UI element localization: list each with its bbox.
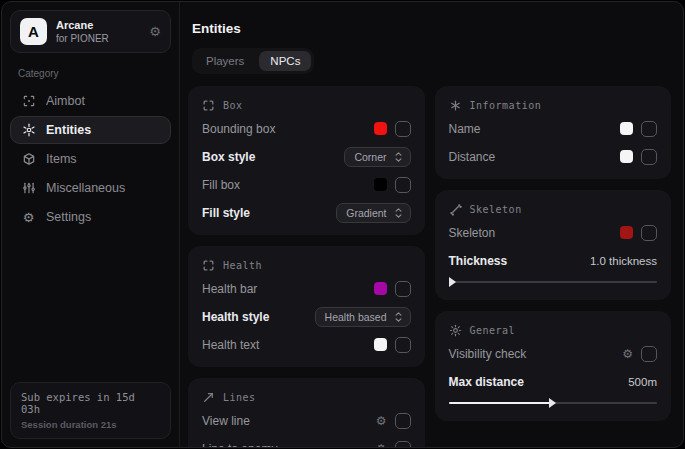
setting-row-health-bar: Health bar — [202, 277, 411, 300]
row-controls — [374, 121, 411, 137]
unfold-icon — [394, 151, 403, 163]
unfold-icon — [394, 207, 403, 219]
color-swatch[interactable] — [374, 178, 387, 191]
sun-icon — [449, 324, 462, 337]
checkbox[interactable] — [395, 441, 411, 448]
gear-icon[interactable]: ⚙ — [622, 348, 633, 360]
setting-label: Fill style — [202, 206, 250, 220]
checkbox[interactable] — [641, 346, 657, 362]
tab-players[interactable]: Players — [195, 51, 255, 71]
slider-value: 1.0 thickness — [590, 255, 657, 267]
setting-row-fill-style: Fill style Gradient — [202, 201, 411, 224]
color-swatch[interactable] — [620, 150, 633, 163]
box-card-header: Box — [202, 99, 411, 112]
gear-icon[interactable]: ⚙ — [376, 415, 387, 427]
sidebar-item-aimbot[interactable]: Aimbot — [10, 87, 171, 115]
color-swatch[interactable] — [374, 282, 387, 295]
setting-row-line-to-enemy: Line to enemy ⚙ — [202, 437, 411, 447]
setting-label: Health text — [202, 338, 259, 352]
page-title: Entities — [192, 21, 671, 36]
sparkle-icon — [449, 99, 462, 112]
diagonal-line-icon — [202, 391, 215, 404]
slider-value: 500m — [628, 376, 657, 388]
row-controls — [374, 281, 411, 297]
row-controls — [374, 337, 411, 353]
setting-label: Distance — [449, 150, 496, 164]
sidebar-nav: Aimbot Entities Items — [10, 87, 171, 231]
setting-row-visibility-check: Visibility check ⚙ — [449, 342, 658, 365]
slider-thumb[interactable] — [549, 398, 556, 408]
session-duration-text: Session duration 21s — [21, 419, 160, 430]
setting-label: Line to enemy — [202, 442, 277, 448]
sidebar-item-label: Entities — [46, 123, 91, 137]
main-content: Entities Players NPCs Box — [180, 2, 683, 447]
color-swatch[interactable] — [620, 226, 633, 239]
sidebar-spacer — [10, 231, 171, 382]
checkbox[interactable] — [395, 413, 411, 429]
tab-npcs[interactable]: NPCs — [259, 51, 311, 71]
color-swatch[interactable] — [374, 122, 387, 135]
right-column: Information Name Distance — [435, 86, 672, 447]
sidebar-item-items[interactable]: Items — [10, 145, 171, 173]
health-style-dropdown[interactable]: Health based — [315, 307, 411, 327]
checkbox[interactable] — [395, 281, 411, 297]
sliders-icon — [21, 181, 36, 195]
setting-row-thickness: Thickness 1.0 thickness — [449, 249, 658, 272]
sidebar-item-miscellaneous[interactable]: Miscellaneous — [10, 174, 171, 202]
setting-row-max-distance: Max distance 500m — [449, 370, 658, 393]
settings-grid: Box Bounding box Box style Corner — [188, 86, 671, 447]
crosshair-icon — [21, 94, 36, 108]
gear-icon: ⚙ — [21, 210, 36, 225]
checkbox[interactable] — [641, 225, 657, 241]
setting-label: Box style — [202, 150, 255, 164]
setting-row-name: Name — [449, 117, 658, 140]
health-card: Health Health bar Health style Health ba… — [188, 246, 425, 367]
general-card: General Visibility check ⚙ Max distance … — [435, 311, 672, 421]
card-title: Box — [223, 100, 243, 111]
max-distance-slider[interactable] — [449, 398, 658, 408]
row-controls — [620, 121, 657, 137]
sidebar-item-settings[interactable]: ⚙ Settings — [10, 203, 171, 231]
sidebar-item-label: Items — [46, 152, 77, 166]
box-style-dropdown[interactable]: Corner — [344, 147, 410, 167]
sidebar: A Arcane for PIONER ⚙ Category Aimbot — [2, 2, 180, 447]
card-title: General — [470, 325, 516, 336]
setting-label: View line — [202, 414, 250, 428]
checkbox[interactable] — [641, 149, 657, 165]
card-title: Information — [470, 100, 542, 111]
box-corners-icon — [202, 99, 215, 112]
slider-track — [449, 281, 658, 283]
setting-row-box-style: Box style Corner — [202, 145, 411, 168]
app-subtitle: for PIONER — [56, 33, 140, 44]
app-name: Arcane — [56, 19, 140, 31]
app-logo: A — [20, 18, 47, 45]
checkbox[interactable] — [395, 177, 411, 193]
slider-thumb[interactable] — [449, 277, 456, 287]
gear-icon[interactable]: ⚙ — [149, 25, 161, 38]
checkbox[interactable] — [641, 121, 657, 137]
color-swatch[interactable] — [374, 338, 387, 351]
skeleton-card-header: Skeleton — [449, 203, 658, 216]
setting-row-skeleton: Skeleton — [449, 221, 658, 244]
thickness-slider[interactable] — [449, 277, 658, 287]
gear-icon[interactable]: ⚙ — [376, 443, 387, 448]
row-controls: ⚙ — [622, 346, 657, 362]
sidebar-item-label: Settings — [46, 210, 91, 224]
slider-fill — [449, 402, 551, 404]
setting-label: Name — [449, 122, 481, 136]
skeleton-card: Skeleton Skeleton Thickness 1.0 thicknes… — [435, 190, 672, 300]
fill-style-dropdown[interactable]: Gradient — [336, 203, 410, 223]
lines-card: Lines View line ⚙ Line to enemy ⚙ — [188, 378, 425, 447]
sidebar-item-entities[interactable]: Entities — [10, 116, 171, 144]
box-card: Box Bounding box Box style Corner — [188, 86, 425, 235]
checkbox[interactable] — [395, 337, 411, 353]
checkbox[interactable] — [395, 121, 411, 137]
setting-label: Health style — [202, 310, 269, 324]
sidebar-item-label: Miscellaneous — [46, 181, 125, 195]
setting-label: Max distance — [449, 375, 524, 389]
color-swatch[interactable] — [620, 122, 633, 135]
setting-row-bounding-box: Bounding box — [202, 117, 411, 140]
row-controls — [620, 225, 657, 241]
setting-label: Skeleton — [449, 226, 496, 240]
information-card-header: Information — [449, 99, 658, 112]
